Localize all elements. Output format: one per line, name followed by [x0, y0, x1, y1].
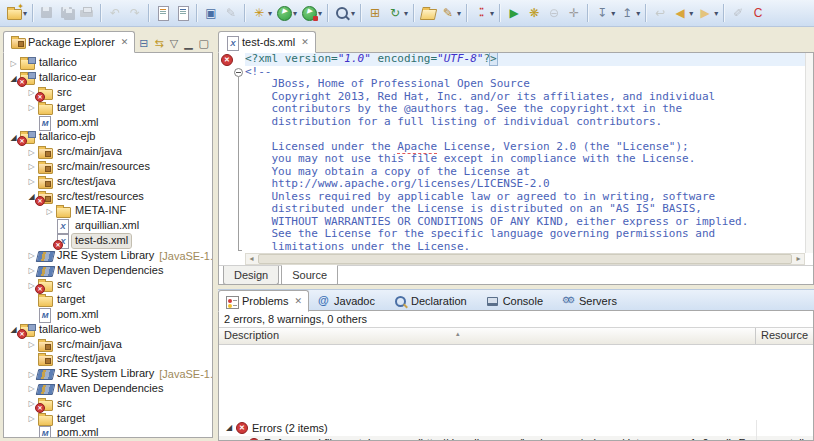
validate-button[interactable]: ▣ [201, 3, 221, 23]
run-last-button[interactable]: ▾ [299, 3, 324, 23]
editor-horizontal-scrollbar[interactable]: ◂ ▸ [245, 253, 805, 265]
annotation-ruler[interactable]: ✕ [219, 53, 233, 253]
column-header-resource[interactable]: Resource [756, 328, 813, 344]
open-file-button[interactable] [418, 3, 438, 23]
expand-icon[interactable]: ▷ [26, 103, 37, 112]
tree-item-pom-xml[interactable]: pom.xml [4, 308, 212, 323]
editor-tab-test-ds-xml[interactable]: test-ds.xml ✕ [218, 31, 316, 53]
next-annotation-button[interactable]: ↧▾ [592, 3, 617, 23]
drag-hand-button[interactable]: ✛ [564, 3, 584, 23]
last-edit-location-button[interactable]: ↩ [650, 3, 670, 23]
tree-item-src-main-java[interactable]: ▷src/main/java [4, 337, 212, 352]
tree-item-tallarico[interactable]: ▷tallarico [4, 56, 212, 71]
run-dropdown-icon[interactable]: ▾ [293, 9, 297, 18]
next-annotation-dropdown-icon[interactable]: ▾ [611, 9, 615, 18]
back-dropdown-icon[interactable]: ▾ [689, 9, 693, 18]
tree-item-maven-dependencies[interactable]: ▷Maven Dependencies [4, 382, 212, 397]
view-tab-problems[interactable]: Problems✕ [218, 290, 309, 312]
external-tools-dropdown-icon[interactable]: ▾ [457, 9, 461, 18]
tree-item-test-ds-xml[interactable]: ✕test-ds.xml [4, 234, 212, 249]
tree-item-tallarico-ejb[interactable]: ◢✕tallarico-ejb [4, 130, 212, 145]
minimize-icon[interactable]: ▁ [184, 37, 192, 49]
tree-item-meta-inf[interactable]: ▷META-INF [4, 204, 212, 219]
external-tools-button[interactable]: ✎▾ [438, 3, 463, 23]
code-area[interactable]: <?xml version="1.0" encoding="UTF-8"?><!… [245, 53, 805, 253]
view-menu-icon[interactable]: ▽ [170, 37, 178, 49]
run-button[interactable]: ▾ [274, 3, 299, 23]
debug-dropdown-icon[interactable]: ▾ [268, 9, 272, 18]
expand-icon[interactable]: ▷ [26, 162, 37, 171]
page-tab-design[interactable]: Design [223, 266, 279, 285]
tree-item-target[interactable]: ▷target [4, 411, 212, 426]
editor-vertical-scrollbar[interactable] [805, 53, 813, 253]
tree-item-src-test-java[interactable]: src/test/java [4, 352, 212, 367]
expand-icon[interactable]: ▷ [26, 177, 37, 186]
step-filters-button[interactable]: ❋ [524, 3, 544, 23]
coverage-dropdown-icon[interactable]: ▾ [490, 9, 494, 18]
back-button[interactable]: ◀▾ [670, 3, 695, 23]
problems-row[interactable]: Referenced file contains errors (http://… [219, 436, 813, 441]
tree-item-tallarico-web[interactable]: ◢✕tallarico-web [4, 322, 212, 337]
tree-item-src-main-java[interactable]: ▷src/main/java [4, 145, 212, 160]
fold-collapse-icon[interactable] [234, 68, 243, 77]
tree-item-src-test-resources[interactable]: ◢✕src/test/resources [4, 189, 212, 204]
new-xml-file-button[interactable] [153, 3, 173, 23]
search-dropdown-icon[interactable]: ▾ [351, 9, 355, 18]
forward-button[interactable]: ▶▾ [695, 3, 720, 23]
link-with-editor-icon[interactable]: ⇆ [154, 37, 163, 49]
tree-item-src-main-resources[interactable]: ▷src/main/resources [4, 160, 212, 175]
scroll-thumb[interactable] [258, 254, 792, 264]
collapse-all-icon[interactable]: ⊟ [139, 37, 148, 49]
tree-item-target[interactable]: ▷target [4, 100, 212, 115]
tree-item-jre-system-library[interactable]: ▷JRE System Library[JavaSE-1.6] [4, 248, 212, 263]
expand-icon[interactable]: ▷ [26, 414, 37, 423]
expand-icon[interactable]: ▷ [8, 59, 19, 68]
update-maven-project-button[interactable]: ↻▾ [385, 3, 410, 23]
coverage-button[interactable]: ▾ [471, 3, 496, 23]
profile-button[interactable]: C [748, 3, 768, 23]
new-java-project-button[interactable]: ⊞ [365, 3, 385, 23]
close-icon[interactable]: ✕ [121, 37, 129, 47]
close-icon[interactable]: ✕ [301, 37, 309, 47]
tree-item-src[interactable]: ▷✕src [4, 278, 212, 293]
collapse-icon[interactable]: ◢ [223, 423, 235, 432]
page-tab-source[interactable]: Source [281, 265, 338, 285]
undo-button[interactable]: ↶ [105, 3, 125, 23]
print-button[interactable] [77, 3, 97, 23]
view-tab-declaration[interactable]: Declaration [387, 290, 478, 312]
column-header-description[interactable]: Description ▴ [219, 328, 756, 344]
tree-item-maven-dependencies[interactable]: ▷Maven Dependencies [4, 263, 212, 278]
expand-icon[interactable]: ▷ [26, 340, 37, 349]
new-wizard-button[interactable]: ▾ [4, 3, 29, 23]
terminate-button[interactable]: ⊖ [544, 3, 564, 23]
expand-icon[interactable]: ▷ [44, 207, 55, 216]
run-last-dropdown-icon[interactable]: ▾ [318, 9, 322, 18]
redo-button[interactable]: ↷ [125, 3, 145, 23]
tree-item-arquillian-xml[interactable]: arquillian.xml [4, 219, 212, 234]
tree-item-src[interactable]: ▷✕src [4, 396, 212, 411]
close-icon[interactable]: ✕ [294, 296, 302, 306]
scroll-right-icon[interactable]: ▸ [793, 254, 804, 264]
expand-icon[interactable]: ▷ [26, 148, 37, 157]
previous-annotation-button[interactable]: ↥▾ [617, 3, 642, 23]
view-tab-console[interactable]: Console [479, 290, 554, 312]
new-schema-file-button[interactable] [173, 3, 193, 23]
previous-annotation-dropdown-icon[interactable]: ▾ [636, 9, 640, 18]
pin-editor-button[interactable]: ✐ [728, 3, 748, 23]
scroll-left-icon[interactable]: ◂ [246, 254, 257, 264]
save-all-button[interactable] [57, 3, 77, 23]
view-tab-javadoc[interactable]: Javadoc [310, 290, 386, 312]
mark-occurrences-button[interactable]: ✎ [221, 3, 241, 23]
tree-item-src[interactable]: ▷✕src [4, 86, 212, 101]
view-tab-servers[interactable]: Servers [555, 290, 628, 312]
tree-item-target[interactable]: target [4, 293, 212, 308]
tree-item-jre-system-library[interactable]: ▷JRE System Library[JavaSE-1.6] [4, 367, 212, 382]
search-button[interactable]: ▾ [332, 3, 357, 23]
forward-dropdown-icon[interactable]: ▾ [714, 9, 718, 18]
debug-button[interactable]: ✳▾ [249, 3, 274, 23]
package-explorer-tab[interactable]: Package Explorer ✕ [3, 31, 135, 53]
resume-button[interactable]: ▶ [504, 3, 524, 23]
tree-item-pom-xml[interactable]: pom.xml [4, 426, 212, 438]
tree-item-tallarico-ear[interactable]: ◢✕tallarico-ear [4, 71, 212, 86]
problems-group-errors-2-items[interactable]: ◢Errors (2 items) [219, 420, 813, 436]
